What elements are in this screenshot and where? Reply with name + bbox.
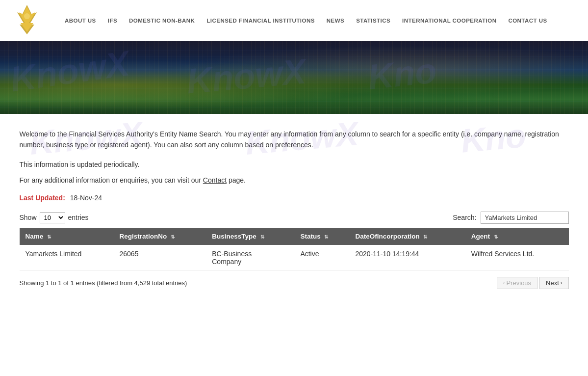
- previous-button[interactable]: ‹ Previous: [497, 277, 537, 289]
- nav-link-intl[interactable]: INTERNATIONAL COOPERATION: [396, 18, 502, 24]
- cell-agent: Wilfred Services Ltd.: [465, 245, 569, 271]
- col-header-regno[interactable]: RegistrationNo ⇅: [114, 228, 206, 245]
- intro-paragraph-2: This information is updated periodically…: [20, 161, 569, 168]
- nav-link-contact[interactable]: CONTACT US: [502, 18, 553, 24]
- nav-link-about-us[interactable]: ABOUT US: [59, 18, 102, 24]
- nav-bar: ABOUT US IFS DOMESTIC NON-BANK LICENSED …: [0, 0, 588, 41]
- table-row: Yamarkets Limited 26065 BC-Business Comp…: [20, 245, 569, 271]
- intro-paragraph-3: For any additional information or enquir…: [20, 176, 569, 184]
- svg-point-2: [24, 13, 30, 19]
- last-updated-label: Last Updated:: [20, 194, 65, 202]
- previous-arrow-icon: ‹: [503, 280, 505, 286]
- cell-regno: 26065: [114, 245, 206, 271]
- entries-label: entries: [68, 214, 89, 221]
- table-controls-top: Show 10 25 50 100 entries Search:: [20, 212, 569, 224]
- next-arrow-icon: ›: [561, 280, 562, 286]
- cell-doi: 2020-11-10 14:19:44: [349, 245, 465, 271]
- data-table: Name ⇅ RegistrationNo ⇅ BusinessType ⇅ S…: [20, 228, 569, 271]
- cell-status: Active: [294, 245, 349, 271]
- sort-arrows-doi: ⇅: [423, 234, 427, 240]
- cell-name: Yamarkets Limited: [20, 245, 114, 271]
- contact-link[interactable]: Contact: [203, 176, 227, 184]
- nav-link-statistics[interactable]: STATISTICS: [350, 18, 396, 24]
- nav-link-news[interactable]: NEWS: [321, 18, 350, 24]
- col-header-status[interactable]: Status ⇅: [294, 228, 349, 245]
- hero-city-bg: [0, 41, 588, 114]
- col-header-name[interactable]: Name ⇅: [20, 228, 114, 245]
- sort-arrows-regno: ⇅: [171, 234, 175, 240]
- pagination-buttons: ‹ Previous Next ›: [497, 277, 569, 289]
- sort-arrows-status: ⇅: [324, 234, 328, 240]
- nav-link-ifs[interactable]: IFS: [102, 18, 123, 24]
- logo[interactable]: [10, 2, 44, 38]
- entries-select[interactable]: 10 25 50 100: [40, 212, 65, 223]
- table-body: Yamarkets Limited 26065 BC-Business Comp…: [20, 245, 569, 271]
- cell-biztype: BC-Business Company: [206, 245, 294, 271]
- col-header-biztype[interactable]: BusinessType ⇅: [206, 228, 294, 245]
- show-label: Show: [20, 214, 37, 221]
- nav-link-domestic[interactable]: DOMESTIC NON-BANK: [123, 18, 201, 24]
- sort-arrows-agent: ⇅: [494, 234, 498, 240]
- nav-links: ABOUT US IFS DOMESTIC NON-BANK LICENSED …: [59, 18, 553, 24]
- search-box: Search:: [453, 212, 568, 224]
- sort-arrows-name: ⇅: [47, 234, 51, 240]
- search-label: Search:: [453, 214, 476, 221]
- table-header: Name ⇅ RegistrationNo ⇅ BusinessType ⇅ S…: [20, 228, 569, 245]
- next-button[interactable]: Next ›: [539, 277, 568, 289]
- last-updated-value: 18-Nov-24: [70, 194, 102, 202]
- intro-paragraph-1: Welcome to the Financial Services Author…: [20, 129, 569, 151]
- show-entries-control: Show 10 25 50 100 entries: [20, 212, 89, 223]
- sort-arrows-biztype: ⇅: [260, 234, 264, 240]
- col-header-agent[interactable]: Agent ⇅: [465, 228, 569, 245]
- pagination-info: Showing 1 to 1 of 1 entries (filtered fr…: [20, 279, 187, 287]
- search-input[interactable]: [481, 212, 569, 224]
- main-content: KnowX KnowX Kno Welcome to the Financial…: [10, 114, 579, 299]
- table-footer: Showing 1 to 1 of 1 entries (filtered fr…: [20, 277, 569, 289]
- nav-link-lfi[interactable]: LICENSED FINANCIAL INSTITUTIONS: [201, 18, 320, 24]
- hero-banner: KnowX KnowX Kno: [0, 41, 588, 114]
- last-updated-row: Last Updated: 18-Nov-24: [20, 194, 569, 202]
- col-header-doi[interactable]: DateOfIncorporation ⇅: [349, 228, 465, 245]
